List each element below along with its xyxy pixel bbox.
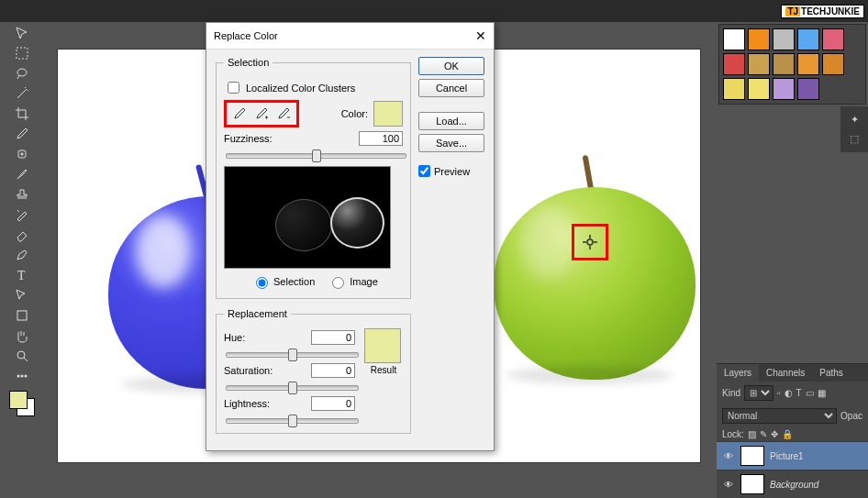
selection-color-swatch[interactable]: [373, 101, 403, 127]
history-brush-tool[interactable]: [12, 205, 32, 224]
visibility-icon[interactable]: 👁: [722, 451, 735, 461]
svg-point-8: [25, 375, 28, 378]
kind-select[interactable]: ⊞: [744, 385, 773, 401]
swatch-8[interactable]: [797, 53, 819, 75]
dialog-title-bar[interactable]: Replace Color ✕: [206, 23, 494, 50]
lightness-slider[interactable]: [226, 418, 359, 424]
tab-paths[interactable]: Paths: [812, 364, 851, 382]
ok-button[interactable]: OK: [418, 57, 484, 75]
eyedropper-icon[interactable]: [232, 106, 247, 121]
swatch-9[interactable]: [822, 53, 844, 75]
fuzziness-label: Fuzziness:: [224, 133, 273, 144]
hue-label: Hue:: [224, 332, 245, 343]
crop-tool[interactable]: [12, 105, 32, 123]
foreground-color-swatch[interactable]: [9, 391, 28, 409]
lock-trans-icon[interactable]: ▨: [748, 429, 756, 439]
eyedropper-subtract-icon[interactable]: [276, 106, 291, 121]
lightness-label: Lightness:: [224, 398, 270, 409]
filter-adjust-icon[interactable]: ◐: [785, 388, 793, 398]
swatch-10[interactable]: [723, 78, 745, 100]
lock-paint-icon[interactable]: ✎: [760, 429, 767, 439]
lock-all-icon[interactable]: 🔒: [782, 429, 793, 439]
heal-tool[interactable]: [12, 145, 32, 163]
swatch-12[interactable]: [773, 78, 795, 100]
tools-toolbar: T: [0, 22, 44, 498]
color-swatch-pair[interactable]: [9, 391, 35, 416]
layer-row-background[interactable]: 👁 Background: [717, 470, 868, 498]
selection-legend: Selection: [224, 57, 273, 68]
wand-tool[interactable]: [12, 84, 32, 103]
swatch-2[interactable]: [773, 28, 795, 50]
radio-image[interactable]: [332, 277, 344, 289]
swatch-4[interactable]: [822, 28, 844, 50]
swatches-panel: [718, 24, 866, 105]
radio-selection[interactable]: [256, 277, 268, 289]
svg-text:T: T: [17, 269, 26, 282]
localized-checkbox[interactable]: [228, 82, 239, 94]
saturation-input[interactable]: [311, 363, 355, 378]
layers-panel: Layers Channels Paths Kind ⊞ ▫ ◐ T ▭ ▦ N…: [717, 363, 868, 498]
fuzziness-input[interactable]: [359, 131, 403, 146]
fuzziness-slider[interactable]: [226, 153, 406, 159]
filter-pixel-icon[interactable]: ▫: [777, 388, 781, 398]
swatch-13[interactable]: [797, 78, 819, 100]
hue-input[interactable]: [311, 330, 355, 345]
tab-channels[interactable]: Channels: [759, 364, 812, 382]
svg-point-5: [17, 351, 25, 359]
adjustments-icon[interactable]: ✦: [851, 114, 859, 126]
shape-tool[interactable]: [12, 306, 32, 325]
selection-preview[interactable]: [224, 166, 391, 269]
path-tool[interactable]: [12, 286, 32, 304]
layer-thumb: [740, 474, 764, 494]
color-label: Color:: [341, 108, 368, 119]
opacity-label: Opac: [840, 411, 862, 421]
cancel-button[interactable]: Cancel: [418, 79, 484, 97]
swatch-11[interactable]: [748, 78, 770, 100]
top-bar: TJTECHJUNKIE: [0, 0, 868, 22]
filter-smart-icon[interactable]: ▦: [818, 388, 826, 398]
result-label: Result: [364, 365, 403, 375]
pen-tool[interactable]: [12, 246, 32, 264]
marquee-tool[interactable]: [12, 44, 32, 62]
saturation-slider[interactable]: [226, 385, 359, 391]
radio-image-label: Image: [350, 276, 378, 287]
swatch-3[interactable]: [797, 28, 819, 50]
eyedropper-tool[interactable]: [12, 125, 32, 143]
svg-point-7: [21, 375, 24, 378]
move-tool[interactable]: [12, 24, 32, 42]
stamp-tool[interactable]: [12, 185, 32, 204]
dialog-title: Replace Color: [214, 30, 278, 41]
visibility-icon[interactable]: 👁: [722, 480, 735, 490]
swatch-6[interactable]: [748, 53, 770, 75]
swatch-7[interactable]: [773, 53, 795, 75]
lock-pos-icon[interactable]: ✥: [771, 429, 778, 439]
panel-collapsed-icons: ✦ ⬚: [840, 106, 868, 152]
type-tool[interactable]: T: [12, 266, 32, 284]
zoom-tool[interactable]: [12, 347, 32, 365]
blend-mode-select[interactable]: Normal: [722, 408, 837, 424]
cube-icon[interactable]: ⬚: [850, 133, 859, 145]
eraser-tool[interactable]: [12, 226, 32, 244]
layer-row-picture1[interactable]: 👁 Picture1: [717, 441, 868, 470]
swatch-0[interactable]: [723, 28, 745, 50]
load-button[interactable]: Load...: [418, 112, 484, 130]
brush-tool[interactable]: [12, 165, 32, 183]
lightness-input[interactable]: [311, 396, 355, 411]
tab-layers[interactable]: Layers: [717, 364, 759, 382]
filter-type-icon[interactable]: T: [796, 388, 802, 398]
save-button[interactable]: Save...: [418, 134, 484, 152]
close-icon[interactable]: ✕: [475, 28, 486, 43]
layer-name: Background: [770, 480, 818, 490]
swatch-5[interactable]: [723, 53, 745, 75]
hue-slider[interactable]: [226, 352, 359, 358]
eyedropper-tools-highlight: [224, 100, 299, 127]
eyedropper-add-icon[interactable]: [254, 106, 269, 121]
swatch-1[interactable]: [748, 28, 770, 50]
right-panels: ✦ ⬚ Layers Channels Paths Kind ⊞ ▫ ◐ T ▭…: [717, 22, 868, 498]
lasso-tool[interactable]: [12, 64, 32, 83]
result-color-swatch[interactable]: [364, 328, 401, 363]
filter-shape-icon[interactable]: ▭: [806, 388, 814, 398]
ellipsis-tool[interactable]: [12, 367, 32, 385]
preview-checkbox[interactable]: [418, 165, 430, 177]
hand-tool[interactable]: [12, 326, 32, 345]
